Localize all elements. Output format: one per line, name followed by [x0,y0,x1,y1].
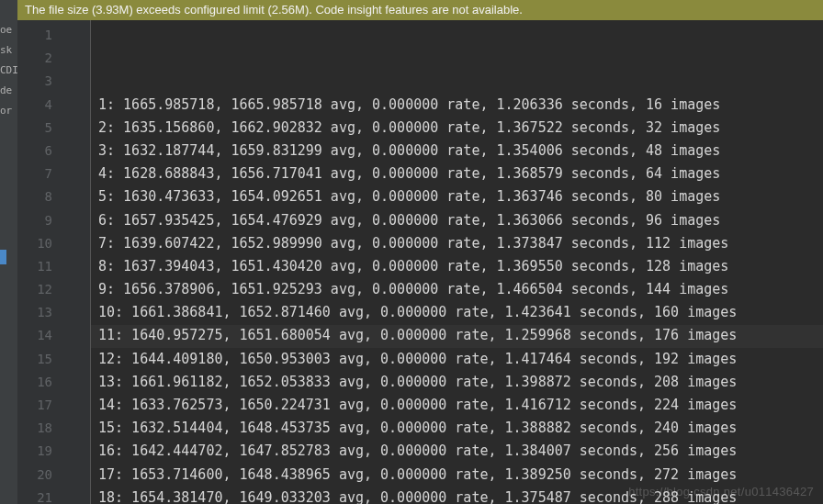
line-number: 2 [17,47,52,70]
tool-window-tab-fragment[interactable]: de [0,81,17,101]
line-number: 19 [17,440,52,463]
log-line: 15: 1632.514404, 1648.453735 avg, 0.0000… [98,417,823,440]
log-line: 2: 1635.156860, 1662.902832 avg, 0.00000… [98,117,823,140]
tool-window-tab-fragment[interactable]: sk [0,40,17,61]
line-number: 15 [17,348,52,371]
line-number: 18 [17,417,52,440]
line-number: 17 [17,394,52,417]
file-size-warning-banner: The file size (3.93M) exceeds configured… [17,0,823,20]
log-line: 6: 1657.935425, 1654.476929 avg, 0.00000… [98,209,823,232]
log-line: 16: 1642.444702, 1647.852783 avg, 0.0000… [98,440,823,463]
log-line: 9: 1656.378906, 1651.925293 avg, 0.00000… [98,278,823,301]
selection-marker [0,250,6,264]
editor-area[interactable]: 123456789101112131415161718192021 1: 166… [17,20,823,504]
editor-content[interactable]: 1: 1665.985718, 1665.985718 avg, 0.00000… [91,20,823,504]
line-number: 1 [17,24,52,47]
line-number: 11 [17,255,52,278]
line-number-gutter: 123456789101112131415161718192021 [17,20,65,504]
log-line: 8: 1637.394043, 1651.430420 avg, 0.00000… [98,255,823,278]
line-number: 14 [17,324,52,347]
log-line: 3: 1632.187744, 1659.831299 avg, 0.00000… [98,140,823,162]
banner-text: The file size (3.93M) exceeds configured… [25,3,523,17]
line-number: 13 [17,301,52,324]
line-number: 12 [17,278,52,301]
log-line: 4: 1628.688843, 1656.717041 avg, 0.00000… [98,162,823,185]
line-number: 21 [17,487,52,504]
tool-window-tab-fragment[interactable]: oe [0,20,17,40]
line-number: 9 [17,209,52,232]
log-line: 13: 1661.961182, 1652.053833 avg, 0.0000… [98,371,823,394]
tool-window-tab-fragment[interactable]: CDI [0,61,17,81]
gutter-border [65,20,91,504]
log-line: 5: 1630.473633, 1654.092651 avg, 0.00000… [98,185,823,208]
log-line: 11: 1640.957275, 1651.680054 avg, 0.0000… [98,324,823,347]
log-line: 17: 1653.714600, 1648.438965 avg, 0.0000… [98,464,823,487]
tool-window-tab-fragment[interactable]: or [0,101,17,121]
log-line: 1: 1665.985718, 1665.985718 avg, 0.00000… [98,94,823,117]
log-line: 14: 1633.762573, 1650.224731 avg, 0.0000… [98,394,823,417]
line-number: 8 [17,185,52,208]
log-line: 10: 1661.386841, 1652.871460 avg, 0.0000… [98,301,823,324]
log-line: 7: 1639.607422, 1652.989990 avg, 0.00000… [98,232,823,255]
log-line: 12: 1644.409180, 1650.953003 avg, 0.0000… [98,348,823,371]
line-number: 16 [17,371,52,394]
line-number: 6 [17,140,52,162]
line-number: 5 [17,117,52,140]
line-number: 7 [17,162,52,185]
line-number: 3 [17,70,52,93]
line-number: 4 [17,94,52,117]
line-number: 10 [17,232,52,255]
watermark-text: https://blog.csdn.net/u011436427 [628,485,814,498]
line-number: 20 [17,464,52,487]
